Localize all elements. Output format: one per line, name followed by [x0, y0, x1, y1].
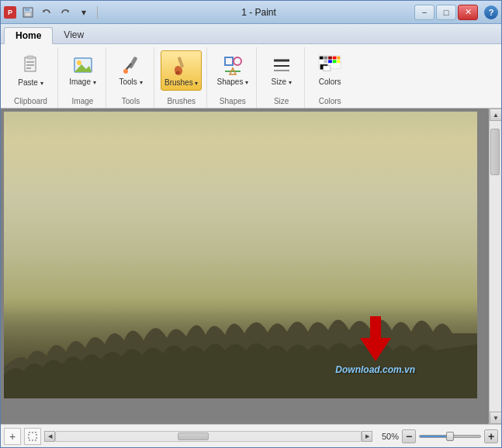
- qa-dropdown-btn[interactable]: ▾: [75, 4, 92, 21]
- zoom-slider[interactable]: [419, 435, 481, 438]
- paste-btn[interactable]: Paste ▾: [12, 50, 49, 91]
- size-icon: [269, 53, 294, 78]
- colors-icon: [317, 53, 342, 78]
- app-icon: P: [4, 6, 16, 19]
- zoom-slider-thumb[interactable]: [446, 432, 454, 441]
- size-group-label: Size: [274, 97, 289, 108]
- svg-rect-38: [338, 60, 341, 63]
- clipboard-group-label: Clipboard: [14, 97, 47, 108]
- size-label: Size ▾: [272, 78, 292, 87]
- svg-rect-29: [320, 57, 324, 60]
- svg-rect-21: [225, 57, 233, 65]
- svg-rect-35: [324, 60, 328, 63]
- vertical-scrollbar: ▲ ▼: [489, 109, 501, 424]
- close-btn[interactable]: ✕: [458, 5, 478, 20]
- scroll-thumb-v[interactable]: [490, 129, 500, 175]
- watermark-domain: .com.vn: [380, 364, 415, 375]
- scroll-up-btn[interactable]: ▲: [490, 109, 501, 121]
- paste-label: Paste ▾: [18, 78, 43, 88]
- ribbon-group-colors: Colors Colors: [306, 47, 353, 108]
- image-icon: [71, 53, 95, 78]
- image-btn[interactable]: Image ▾: [66, 50, 100, 89]
- quick-access-toolbar: ▾: [19, 4, 92, 21]
- save-quick-btn[interactable]: [19, 4, 36, 21]
- arrow-shaft: [370, 316, 381, 339]
- ribbon-group-size: Size ▾ Size: [258, 47, 305, 108]
- paste-icon: [18, 53, 43, 78]
- titlebar: P ▾: [1, 1, 501, 24]
- sky-overlay: [4, 112, 477, 312]
- zoom-in-btn[interactable]: +: [484, 429, 498, 443]
- svg-rect-11: [26, 67, 31, 69]
- tools-group-label: Tools: [122, 97, 140, 108]
- canvas-scroll-area[interactable]: Download.com.vn: [1, 109, 489, 424]
- watermark-area: Download.com.vn: [335, 316, 415, 375]
- svg-rect-8: [27, 56, 33, 59]
- ribbon: Home View: [1, 24, 501, 109]
- maximize-btn[interactable]: □: [436, 5, 456, 20]
- zoom-section: 50% − +: [376, 429, 498, 443]
- zoom-out-btn[interactable]: −: [402, 429, 416, 443]
- scroll-down-btn[interactable]: ▼: [490, 412, 501, 424]
- zoom-percent: 50%: [376, 432, 399, 441]
- hscroll-track[interactable]: [55, 431, 362, 442]
- svg-rect-30: [324, 57, 328, 60]
- svg-rect-4: [25, 12, 31, 16]
- svg-rect-9: [26, 61, 34, 63]
- image-label: Image ▾: [69, 78, 96, 87]
- watermark-text: Download.com.vn: [335, 364, 415, 375]
- svg-point-13: [77, 60, 81, 65]
- svg-point-17: [123, 69, 128, 74]
- canvas-image[interactable]: Download.com.vn: [4, 112, 477, 398]
- svg-rect-31: [328, 57, 332, 60]
- svg-rect-10: [26, 64, 34, 66]
- tab-view[interactable]: View: [53, 26, 95, 43]
- ribbon-tab-bar: Home View: [1, 24, 501, 44]
- colors-group-label2: Colors: [319, 97, 341, 108]
- ribbon-group-shapes: Shapes ▾ Shapes: [209, 47, 257, 108]
- selection-icon[interactable]: [24, 428, 41, 445]
- horizontal-scrollbar: ◀ ▶: [44, 430, 372, 443]
- svg-rect-32: [333, 57, 337, 60]
- brushes-btn[interactable]: Brushes ▾: [161, 50, 202, 91]
- help-btn[interactable]: ?: [484, 5, 498, 19]
- main-window: P ▾: [0, 0, 502, 448]
- shapes-icon: [220, 53, 245, 78]
- image-group-label: Image: [72, 97, 94, 108]
- brushes-group-label: Brushes: [167, 97, 196, 108]
- svg-rect-15: [128, 57, 137, 69]
- window-title: 1 - Paint: [106, 7, 411, 18]
- hscroll-thumb[interactable]: [178, 432, 209, 440]
- arrow-head: [360, 338, 391, 361]
- svg-rect-37: [333, 60, 337, 63]
- shapes-btn[interactable]: Shapes ▾: [213, 50, 251, 89]
- svg-text:P: P: [8, 9, 12, 16]
- scroll-right-btn[interactable]: ▶: [362, 431, 372, 442]
- size-btn[interactable]: Size ▾: [265, 50, 299, 89]
- ribbon-group-brushes: Brushes ▾ Brushes: [156, 47, 207, 108]
- svg-rect-40: [324, 66, 331, 71]
- colors-btn[interactable]: Colors: [313, 50, 347, 89]
- window-controls: − □ ✕: [414, 5, 478, 20]
- scroll-track-v[interactable]: [490, 121, 501, 412]
- ribbon-group-clipboard: Paste ▾ Clipboard: [4, 47, 58, 108]
- tools-btn[interactable]: Tools ▾: [114, 50, 148, 89]
- brushes-icon: [169, 53, 194, 78]
- shapes-label: Shapes ▾: [216, 78, 248, 87]
- minimize-btn[interactable]: −: [414, 5, 434, 20]
- statusbar: + ◀ ▶ 50% − +: [1, 424, 501, 447]
- watermark-label: Download: [335, 364, 379, 375]
- ribbon-content: Paste ▾ Clipboard: [1, 44, 501, 108]
- redo-quick-btn[interactable]: [57, 4, 74, 21]
- tools-label: Tools ▾: [119, 78, 142, 87]
- add-canvas-btn[interactable]: +: [4, 428, 21, 445]
- undo-quick-btn[interactable]: [38, 4, 55, 21]
- colors-label: Colors: [319, 78, 341, 87]
- ribbon-group-tools: Tools ▾ Tools: [108, 47, 154, 108]
- tab-home[interactable]: Home: [4, 27, 53, 44]
- ribbon-group-image: Image ▾ Image: [60, 47, 106, 108]
- status-left: +: [4, 428, 41, 445]
- scroll-left-btn[interactable]: ◀: [44, 431, 55, 442]
- svg-rect-3: [25, 8, 29, 11]
- svg-rect-33: [338, 57, 341, 60]
